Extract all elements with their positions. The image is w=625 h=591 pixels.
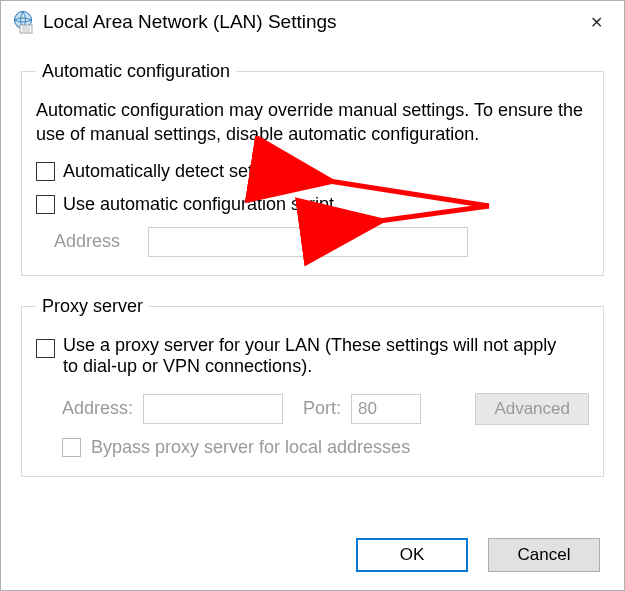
ok-button[interactable]: OK	[356, 538, 468, 572]
advanced-button: Advanced	[475, 393, 589, 425]
bypass-local-label: Bypass proxy server for local addresses	[91, 437, 410, 458]
proxy-address-label: Address:	[62, 398, 133, 419]
proxy-port-field: 80	[351, 394, 421, 424]
proxy-server-group: Proxy server Use a proxy server for your…	[21, 296, 604, 477]
automatic-configuration-legend: Automatic configuration	[36, 61, 236, 82]
bypass-local-checkbox	[62, 438, 81, 457]
proxy-port-label: Port:	[303, 398, 341, 419]
use-config-script-checkbox[interactable]	[36, 195, 55, 214]
use-proxy-label: Use a proxy server for your LAN (These s…	[63, 335, 573, 377]
automatic-configuration-description: Automatic configuration may override man…	[36, 98, 589, 147]
config-script-address-label: Address	[54, 231, 134, 252]
use-proxy-checkbox[interactable]	[36, 339, 55, 358]
proxy-server-legend: Proxy server	[36, 296, 149, 317]
cancel-button[interactable]: Cancel	[488, 538, 600, 572]
internet-options-icon	[11, 10, 35, 34]
automatic-configuration-group: Automatic configuration Automatic config…	[21, 61, 604, 276]
window-title: Local Area Network (LAN) Settings	[43, 11, 576, 33]
close-button[interactable]: ✕	[576, 2, 616, 42]
lan-settings-dialog: Local Area Network (LAN) Settings ✕ Auto…	[0, 0, 625, 591]
use-config-script-label: Use automatic configuration script	[63, 194, 334, 215]
auto-detect-label: Automatically detect settings	[63, 161, 291, 182]
auto-detect-checkbox[interactable]	[36, 162, 55, 181]
proxy-address-field	[143, 394, 283, 424]
titlebar[interactable]: Local Area Network (LAN) Settings ✕	[1, 1, 624, 43]
config-script-address-field	[148, 227, 468, 257]
